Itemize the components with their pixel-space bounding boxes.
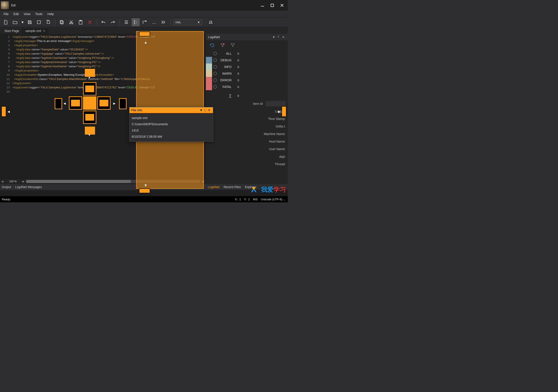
dock-cross-left[interactable] [69,96,82,110]
tab-close-icon[interactable]: ✕ [43,29,45,33]
menu-edit[interactable]: Edit [11,11,21,17]
file-info-name: sample.xml [132,115,211,121]
level-row-fatal[interactable]: FATAL 0 [206,84,288,90]
svg-rect-0 [261,6,264,7]
level-label: FATAL [218,85,234,89]
line-numbers-button[interactable] [122,18,130,26]
level-row-all[interactable]: ALL 0 [206,50,288,57]
dock-cross-down[interactable] [83,111,96,124]
file-info-window[interactable]: File Info ▼ □ ✕ sample.xml C:\Users\NOP\… [129,107,213,142]
level-radio[interactable] [212,85,218,89]
statusbar: Ready. X: 1 Y: 1 INS Unicode (UTF-8) … [0,196,288,202]
clear-filter-icon[interactable] [220,43,225,48]
status-ready: Ready. [2,198,11,201]
refresh-icon[interactable] [210,43,215,48]
dock-cross-outer-right[interactable] [119,98,127,109]
cut-button[interactable] [67,18,75,26]
side-tab-recent[interactable]: Recent Files [224,185,241,189]
level-radio[interactable] [212,78,218,82]
level-row-warn[interactable]: WARN 0 [206,70,288,77]
window-title: Edi [11,4,260,7]
dock-cross-outer-left[interactable] [55,98,62,109]
level-radio[interactable] [212,72,218,75]
menu-help[interactable]: Help [45,11,56,17]
panel-close-icon[interactable]: ✕ [282,35,286,39]
app-icon [1,1,9,9]
level-color-swatch [206,50,212,57]
level-radio[interactable] [212,65,218,69]
level-count: 0 [234,85,243,89]
file-info-header[interactable]: File Info ▼ □ ✕ [130,107,213,113]
menu-view[interactable]: View [22,11,33,17]
level-row-debug[interactable]: DEBUG 0 [206,57,288,63]
save-button[interactable] [26,18,34,26]
prop-label: Time Stamp: [268,117,286,121]
open-button[interactable] [11,18,19,26]
sum-label: ∑ [218,94,234,98]
pin-button[interactable] [207,18,215,26]
save-as-button[interactable] [35,18,43,26]
dock-edge-left[interactable]: ◀ [1,106,10,117]
side-tab-log4net[interactable]: Log4Net [208,185,220,189]
menu-file[interactable]: File [1,11,11,17]
zoom-level[interactable]: 100 % [5,180,21,183]
level-radio[interactable] [212,52,218,55]
level-row-info[interactable]: INFO 0 [206,63,288,70]
panel-pin-icon[interactable] [277,35,281,39]
side-tab-explorer[interactable]: Explorer [245,185,256,189]
tab-start-page[interactable]: Start Page [1,28,22,34]
tab-sample-xml[interactable]: sample.xml✕ [22,28,49,34]
paste-button[interactable] [77,18,85,26]
file-info-maximize-icon[interactable]: □ [203,108,207,112]
close-button[interactable] [280,3,284,8]
undo-button[interactable] [99,18,107,26]
file-info-dropdown-icon[interactable]: ▼ [199,108,203,112]
overflow-button[interactable] [160,18,168,26]
level-filter-table: ALL 0 DEBUG 0 INFO 0 WARN 0 ERROR 0 FATA… [206,50,288,92]
svg-rect-2 [61,21,63,24]
file-info-body: sample.xml C:\Users\NOP\Documents 1413 8… [130,113,213,141]
syntax-select[interactable]: XML▼ [173,19,202,25]
prop-row: User Name: [206,145,286,153]
level-count: 0 [234,79,243,82]
tab-log4net-messages[interactable]: Log4Net Messages [15,185,42,189]
file-info-close-icon[interactable]: ✕ [207,108,211,112]
open-dropdown[interactable]: ▾ [20,18,25,26]
prop-row: Logger: [206,107,286,115]
save-all-button[interactable] [44,18,52,26]
word-wrap-button[interactable] [141,18,149,26]
dock-cross-right[interactable] [97,96,111,110]
toolbar: ▾ … XML▼ [0,17,288,27]
delete-button[interactable] [86,18,94,26]
redo-button[interactable] [109,18,117,26]
log4net-panel: Log4Net ▼ ✕ ALL 0 DEBUG 0 INFO 0 WARN 0 … [206,34,288,184]
level-label: WARN [218,72,234,75]
status-y: Y: 1 [244,198,250,201]
dock-cross-center[interactable] [83,96,96,110]
level-color-swatch [206,63,212,70]
level-row-error[interactable]: ERROR 0 [206,77,288,84]
indent-guides-button[interactable] [132,18,140,26]
level-count: 0 [234,59,243,62]
dock-cross-up[interactable] [83,82,96,96]
copy-button[interactable] [58,18,66,26]
filter-icon[interactable] [230,43,235,48]
maximize-button[interactable] [270,3,274,8]
level-radio[interactable] [212,58,218,62]
tab-output[interactable]: Output [2,185,11,189]
prop-row: Delta t: [206,122,286,130]
minimize-button[interactable] [260,3,265,8]
prop-row: Host Name: [206,138,286,145]
svg-point-10 [136,23,137,23]
menu-tools[interactable]: Tools [33,11,45,17]
status-x: X: 1 [235,198,241,201]
panel-dropdown-icon[interactable]: ▼ [272,35,276,39]
level-color-swatch [206,70,212,77]
prop-input[interactable] [266,101,286,106]
svg-point-8 [136,21,137,22]
status-ins: INS [253,198,258,201]
horizontal-scrollbar[interactable] [26,180,201,183]
dock-edge-right[interactable]: ▶ [278,106,287,117]
new-file-button[interactable] [2,18,10,26]
more-button[interactable]: … [150,18,158,26]
